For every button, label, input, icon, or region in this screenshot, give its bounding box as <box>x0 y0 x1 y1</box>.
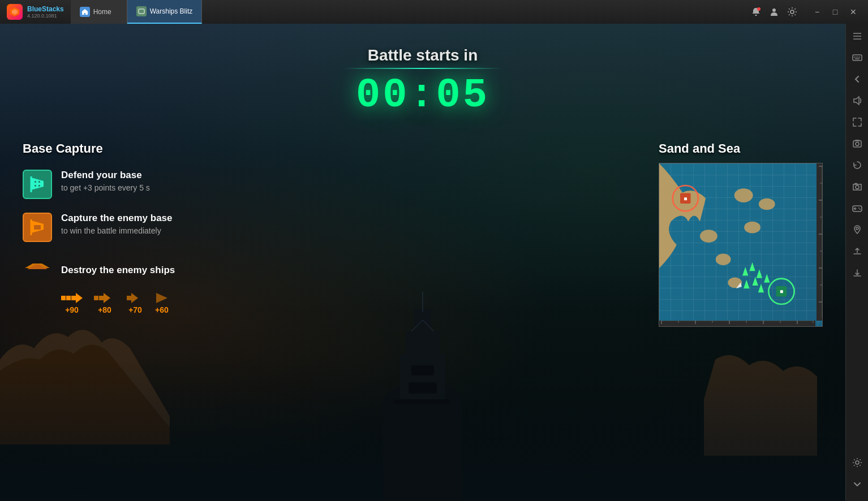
svg-marker-30 <box>76 293 83 303</box>
svg-point-4 <box>757 7 760 11</box>
reward-70: +70 <box>127 293 144 314</box>
svg-marker-52 <box>764 274 770 282</box>
close-button[interactable]: ✕ <box>845 4 861 20</box>
reward-icon-80 <box>94 293 115 303</box>
reward-icon-70 <box>127 293 144 303</box>
map-title: Sand and Sea <box>659 141 740 156</box>
svg-point-93 <box>856 461 859 464</box>
objective-defend: Defend your base to get +3 points every … <box>23 170 175 199</box>
reward-60-value: +60 <box>155 305 169 314</box>
sidebar-rotate-btn[interactable] <box>847 155 867 175</box>
minimize-button[interactable]: − <box>809 4 825 20</box>
map-ruler-bottom <box>659 321 815 326</box>
app-version: 4.120.0.1081 <box>27 13 64 19</box>
sidebar-upload-btn[interactable] <box>847 241 867 261</box>
base-capture-section: Base Capture Defend your ba <box>23 141 175 327</box>
window-controls: − □ ✕ <box>809 4 861 20</box>
svg-point-91 <box>860 209 861 210</box>
sidebar-download-btn[interactable] <box>847 262 867 283</box>
maximize-button[interactable]: □ <box>827 4 843 20</box>
capture-text: Capture the enemy base to win the battle… <box>61 213 173 235</box>
destroy-header: Destroy the enemy ships <box>23 256 175 285</box>
svg-point-42 <box>744 222 760 234</box>
svg-rect-84 <box>853 141 861 147</box>
svg-point-40 <box>716 253 731 265</box>
svg-marker-54 <box>744 280 749 288</box>
defend-description: to get +3 points every 5 s <box>61 183 150 192</box>
svg-text:■: ■ <box>780 288 783 295</box>
timer-divider <box>343 68 502 69</box>
svg-point-85 <box>856 142 859 146</box>
capture-description: to win the battle immediately <box>61 226 173 235</box>
home-tab-icon <box>80 7 90 17</box>
capture-icon <box>23 213 52 242</box>
svg-marker-35 <box>131 293 138 303</box>
sidebar-volume-btn[interactable] <box>847 90 867 111</box>
destroy-title: Destroy the enemy ships <box>61 265 175 276</box>
right-sidebar <box>845 24 868 501</box>
svg-marker-55 <box>758 284 764 292</box>
sidebar-back-btn[interactable] <box>847 69 867 89</box>
battle-timer-section: Battle starts in 00:05 <box>343 24 502 119</box>
svg-rect-20 <box>34 183 41 185</box>
svg-marker-33 <box>104 293 110 303</box>
svg-point-5 <box>772 8 776 12</box>
home-tab-label: Home <box>93 8 111 16</box>
sidebar-fullscreen-btn[interactable] <box>847 112 867 132</box>
bluestacks-icon <box>7 4 23 20</box>
svg-rect-34 <box>127 296 131 300</box>
svg-point-38 <box>759 198 775 210</box>
notification-icon[interactable] <box>750 6 762 18</box>
bluestacks-logo: BlueStacks 4.120.0.1081 <box>0 4 71 20</box>
sidebar-bottom <box>847 452 867 499</box>
sidebar-gamepad-btn[interactable] <box>847 198 867 218</box>
tabs-area: Home Warships Blitz <box>71 0 203 24</box>
reward-70-value: +70 <box>128 305 142 314</box>
sidebar-expand-btn[interactable] <box>847 26 867 46</box>
main-content: Battle starts in 00:05 Base Capture <box>0 24 845 501</box>
sidebar-screenshot-btn[interactable] <box>847 133 867 154</box>
sidebar-location-btn[interactable] <box>847 219 867 240</box>
svg-rect-27 <box>61 296 66 300</box>
reward-80: +80 <box>94 293 115 314</box>
bluestacks-text: BlueStacks 4.120.0.1081 <box>27 5 64 19</box>
svg-marker-36 <box>156 293 167 303</box>
tab-game[interactable]: Warships Blitz <box>127 0 203 24</box>
sidebar-camera-btn[interactable] <box>847 176 867 197</box>
reward-90-value: +90 <box>65 305 79 314</box>
svg-marker-51 <box>757 269 762 278</box>
sidebar-expand-bottom-btn[interactable] <box>847 474 867 494</box>
svg-point-92 <box>856 227 858 230</box>
svg-rect-31 <box>94 296 98 300</box>
svg-point-6 <box>790 10 794 14</box>
bottom-sections: Base Capture Defend your ba <box>0 141 845 327</box>
settings-icon[interactable] <box>787 6 798 18</box>
sidebar-keyboard-btn[interactable] <box>847 47 867 68</box>
capture-title: Capture the enemy base <box>61 213 173 224</box>
tab-home[interactable]: Home <box>71 0 127 24</box>
reward-60: +60 <box>155 293 169 314</box>
svg-rect-28 <box>66 296 71 300</box>
title-bar: BlueStacks 4.120.0.1081 Home Warships Bl… <box>0 0 868 24</box>
reward-icon-90 <box>61 293 83 303</box>
svg-rect-32 <box>99 296 104 300</box>
svg-rect-78 <box>853 55 862 61</box>
battle-starts-label: Battle starts in <box>343 46 502 64</box>
defend-title: Defend your base <box>61 170 150 181</box>
defend-icon <box>23 170 52 199</box>
svg-text:■: ■ <box>684 196 687 202</box>
destroy-icon <box>23 256 52 285</box>
game-tab-label: Warships Blitz <box>150 7 193 15</box>
svg-point-90 <box>858 208 860 209</box>
map-section: Sand and Sea <box>659 141 823 327</box>
profile-icon[interactable] <box>768 6 780 18</box>
reward-80-value: +80 <box>98 305 111 314</box>
title-bar-controls: − □ ✕ <box>750 4 868 20</box>
objective-capture: Capture the enemy base to win the battle… <box>23 213 175 242</box>
sidebar-settings-bottom-btn[interactable] <box>847 452 867 473</box>
svg-marker-50 <box>742 267 748 275</box>
svg-point-37 <box>734 188 753 202</box>
svg-marker-53 <box>753 277 758 286</box>
game-area: Battle starts in 00:05 Base Capture <box>0 24 845 501</box>
defend-text: Defend your base to get +3 points every … <box>61 170 150 192</box>
